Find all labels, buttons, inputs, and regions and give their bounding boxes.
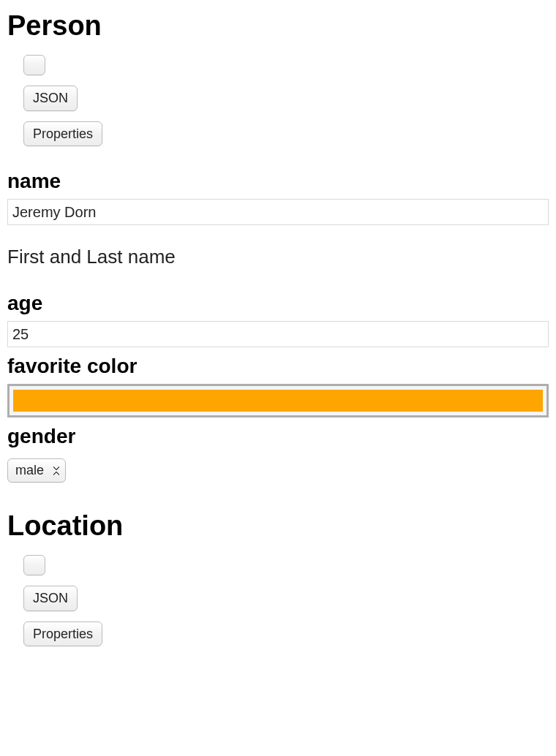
favorite-color-input[interactable] [7, 384, 549, 417]
person-json-button[interactable]: JSON [23, 86, 78, 111]
person-properties-button[interactable]: Properties [23, 121, 102, 147]
gender-label: gender [7, 425, 549, 448]
name-label: name [7, 170, 549, 193]
color-swatch [13, 390, 543, 412]
location-collapse-toggle[interactable] [23, 555, 45, 575]
gender-select[interactable]: male [7, 458, 66, 483]
location-heading: Location [7, 510, 549, 542]
location-json-button[interactable]: JSON [23, 586, 78, 611]
person-controls: JSON Properties [23, 55, 549, 146]
person-collapse-toggle[interactable] [23, 55, 45, 75]
age-label: age [7, 292, 549, 315]
person-heading: Person [7, 10, 549, 42]
favorite-color-label: favorite color [7, 355, 549, 378]
age-input[interactable] [7, 321, 549, 347]
location-controls: JSON Properties [23, 555, 549, 646]
location-properties-button[interactable]: Properties [23, 621, 102, 647]
name-input[interactable] [7, 199, 549, 225]
name-description: First and Last name [7, 246, 549, 268]
